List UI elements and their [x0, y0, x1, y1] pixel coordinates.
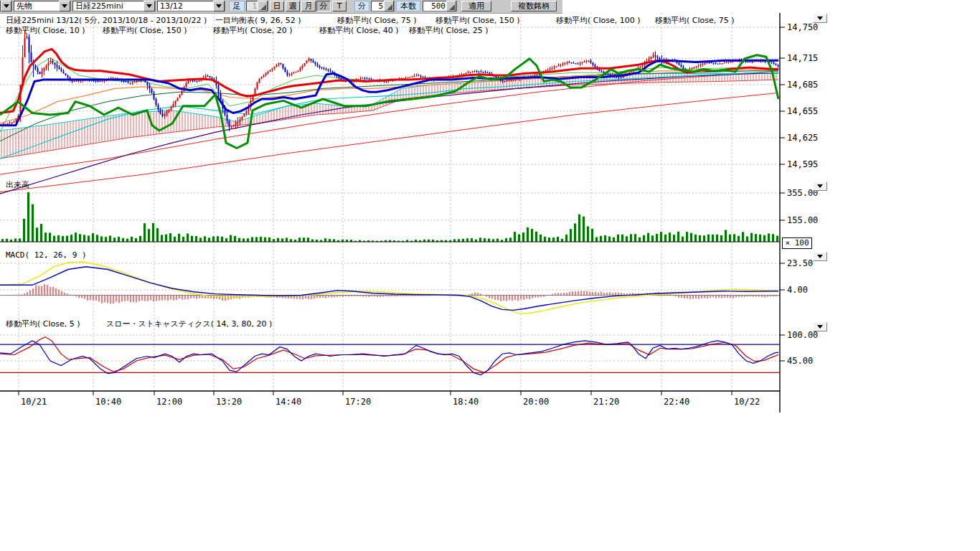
chevron-down-icon: [817, 17, 823, 20]
volume-axis-tick-label: 155.00: [787, 215, 818, 225]
legend-ma150-2: 移動平均( Close, 150 ): [103, 25, 187, 36]
time-axis-label: 10:40: [95, 397, 121, 407]
legend-ma10: 移動平均( Close, 10 ): [6, 25, 85, 36]
time-axis-label: 13:20: [216, 397, 242, 407]
legend-ichimoku: 一目均衡表( 9, 26, 52 ): [215, 15, 301, 26]
time-axis-label: 20:00: [523, 397, 549, 407]
price-panel-dropdown-button[interactable]: [813, 14, 827, 23]
legend-ma20: 移動平均( Close, 20 ): [213, 25, 293, 36]
macd-axis-tick-label: 4.00: [787, 285, 808, 295]
time-axis-label: 21:20: [593, 397, 619, 407]
macd-panel-title: MACD( 12, 26, 9 ): [6, 250, 87, 260]
volume-panel-dropdown-button[interactable]: [813, 182, 827, 191]
price-axis-tick-label: 14,750: [787, 22, 818, 32]
stoch-ma-title: 移動平均( Close, 5 ): [6, 319, 80, 329]
legend-ma75-2: 移動平均( Close, 75 ): [655, 15, 735, 26]
chart-canvas: 14,75014,71514,68514,65514,62514,595355.…: [0, 0, 980, 430]
chevron-down-icon: [817, 255, 823, 258]
macd-panel: [0, 262, 780, 314]
chart-application-window: 先物 日経225mini 13/12 足 1 日 週 月 分 T 分 5 本数 …: [0, 0, 980, 551]
stoch-axis-tick-label: 100.00: [787, 330, 818, 340]
price-axis-tick-label: 14,625: [787, 133, 818, 143]
gridlines: [0, 13, 780, 391]
stoch-axis-tick-label: 45.00: [787, 356, 813, 366]
macd-panel-dropdown-button[interactable]: [813, 252, 827, 261]
volume-bars: [0, 192, 780, 242]
time-axis-label: 10/21: [21, 397, 47, 407]
volume-panel-title: 出来高: [6, 179, 29, 190]
time-axis-label: 10/22: [734, 397, 760, 407]
legend-ma75: 移動平均( Close, 75 ): [337, 15, 417, 26]
price-axis-tick-label: 14,655: [787, 106, 818, 116]
chevron-down-icon: [817, 325, 823, 329]
time-axis-label: 17:20: [345, 397, 371, 407]
legend-ma100: 移動平均( Close, 100 ): [556, 15, 641, 26]
time-axis-label: 22:40: [664, 397, 689, 407]
price-axis-tick-label: 14,715: [787, 53, 818, 63]
stochastics-panel: [0, 337, 780, 375]
macd-axis-tick-label: 23.50: [787, 258, 813, 268]
legend-ma150: 移動平均( Close, 150 ): [435, 15, 520, 26]
legend-ma40: 移動平均( Close, 40 ): [319, 25, 399, 36]
price-axis-tick-label: 14,685: [787, 80, 818, 90]
time-axis-label: 14:40: [275, 397, 301, 407]
stoch-panel-dropdown-button[interactable]: [813, 322, 827, 331]
time-axis-label: 18:40: [453, 397, 479, 407]
price-axis-tick-label: 14,595: [787, 159, 818, 169]
chevron-down-icon: [817, 184, 823, 188]
legend-ma25: 移動平均( Close, 25 ): [409, 25, 489, 36]
volume-multiplier-badge: × 100: [782, 237, 812, 249]
legend-series-title: 日経225mini 13/12( 5分, 2013/10/18 - 2013/1…: [6, 15, 207, 26]
time-axis-label: 12:00: [156, 397, 182, 407]
stoch-panel-title: スロー・ストキャスティクス( 14, 3, 80, 20 ): [106, 319, 272, 329]
